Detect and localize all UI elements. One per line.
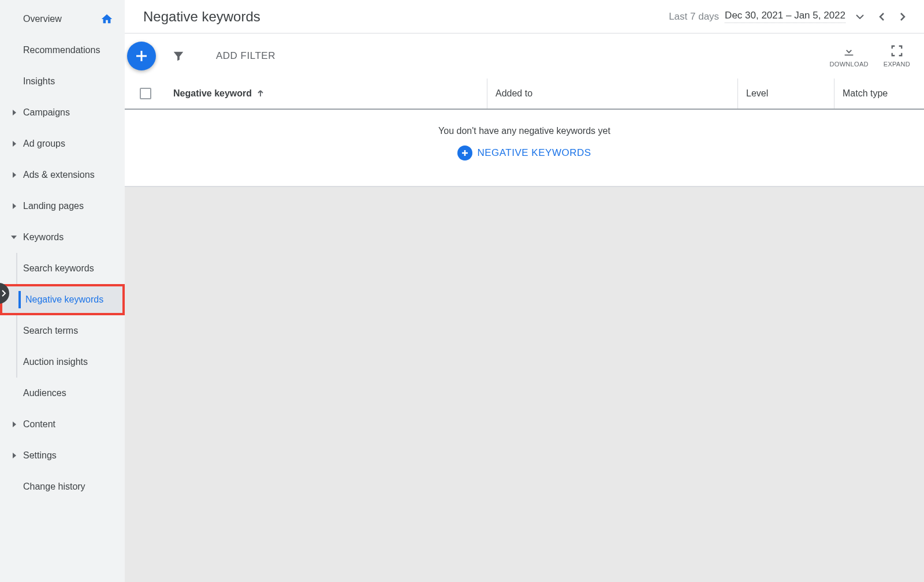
expand-button[interactable]: EXPAND bbox=[884, 44, 910, 68]
page-title: Negative keywords bbox=[143, 9, 260, 25]
sidebar-label: Audiences bbox=[23, 388, 66, 398]
plus-icon bbox=[134, 48, 149, 64]
sidebar-item-overview[interactable]: Overview bbox=[0, 3, 125, 35]
empty-state: You don't have any negative keywords yet… bbox=[125, 110, 924, 186]
dropdown-arrow-icon[interactable] bbox=[851, 10, 869, 24]
sidebar-item-campaigns[interactable]: Campaigns bbox=[0, 97, 125, 128]
chevron-right-icon bbox=[13, 110, 16, 115]
sidebar-item-audiences[interactable]: Audiences bbox=[0, 378, 125, 409]
chevron-right-icon bbox=[13, 421, 16, 427]
sidebar-item-content[interactable]: Content bbox=[0, 409, 125, 440]
page-header: Negative keywords Last 7 days Dec 30, 20… bbox=[125, 0, 924, 33]
select-all-checkbox[interactable] bbox=[140, 88, 151, 99]
chevron-right-icon bbox=[13, 141, 16, 147]
date-range-picker[interactable]: Last 7 days Dec 30, 2021 – Jan 5, 2022 bbox=[669, 8, 910, 26]
sidebar-label: Content bbox=[23, 419, 55, 430]
sidebar-label: Keywords bbox=[23, 232, 64, 242]
toolbar: ADD FILTER DOWNLOAD EXPAND bbox=[125, 33, 924, 79]
expand-icon bbox=[891, 44, 903, 57]
sidebar-item-change-history[interactable]: Change history bbox=[0, 471, 125, 502]
column-label: Match type bbox=[843, 88, 888, 99]
expand-label: EXPAND bbox=[884, 61, 910, 68]
chevron-right-icon bbox=[13, 453, 16, 458]
column-label: Added to bbox=[495, 88, 532, 99]
column-negative-keyword[interactable]: Negative keyword bbox=[166, 79, 487, 109]
column-added-to[interactable]: Added to bbox=[487, 79, 738, 109]
sidebar-label: Search terms bbox=[23, 326, 78, 336]
download-label: DOWNLOAD bbox=[830, 61, 869, 68]
sidebar-item-ads-extensions[interactable]: Ads & extensions bbox=[0, 159, 125, 191]
main-content: Negative keywords Last 7 days Dec 30, 20… bbox=[125, 0, 924, 582]
sidebar-item-keywords[interactable]: Keywords bbox=[0, 222, 125, 253]
column-level[interactable]: Level bbox=[738, 79, 834, 109]
sidebar-sub-search-keywords[interactable]: Search keywords bbox=[0, 253, 125, 284]
sidebar-label: Change history bbox=[23, 482, 85, 492]
sidebar-sub-auction-insights[interactable]: Auction insights bbox=[0, 346, 125, 378]
sidebar-sub-negative-keywords[interactable]: Negative keywords bbox=[0, 284, 125, 315]
column-match-type[interactable]: Match type bbox=[834, 88, 924, 99]
download-icon bbox=[843, 44, 855, 57]
chevron-down-icon bbox=[11, 236, 17, 239]
content-background bbox=[125, 187, 924, 582]
sidebar-label: Insights bbox=[23, 76, 55, 87]
download-button[interactable]: DOWNLOAD bbox=[830, 44, 869, 68]
filter-icon[interactable] bbox=[172, 50, 185, 62]
sidebar-label: Auction insights bbox=[23, 357, 88, 367]
add-filter-button[interactable]: ADD FILTER bbox=[216, 50, 275, 62]
sidebar-label: Settings bbox=[23, 450, 57, 461]
sidebar-item-landing-pages[interactable]: Landing pages bbox=[0, 191, 125, 222]
sidebar-label: Overview bbox=[23, 14, 62, 24]
cta-label: NEGATIVE KEYWORDS bbox=[477, 147, 591, 159]
next-period-button[interactable] bbox=[895, 8, 910, 26]
plus-circle-icon bbox=[457, 146, 472, 161]
sidebar-item-insights[interactable]: Insights bbox=[0, 66, 125, 97]
sidebar-label: Campaigns bbox=[23, 107, 70, 118]
sidebar-label: Ad groups bbox=[23, 139, 65, 149]
sidebar-label: Search keywords bbox=[23, 263, 94, 274]
empty-state-text: You don't have any negative keywords yet bbox=[125, 126, 924, 136]
sidebar-label: Negative keywords bbox=[25, 294, 103, 305]
sort-ascending-icon bbox=[256, 89, 264, 98]
column-label: Level bbox=[746, 88, 768, 99]
chevron-right-icon bbox=[13, 172, 16, 178]
sidebar-label: Recommendations bbox=[23, 45, 100, 55]
add-button[interactable] bbox=[127, 42, 156, 70]
sidebar-sub-search-terms[interactable]: Search terms bbox=[0, 315, 125, 346]
column-checkbox bbox=[125, 88, 166, 99]
prev-period-button[interactable] bbox=[874, 8, 889, 26]
sidebar-label: Ads & extensions bbox=[23, 170, 95, 180]
sidebar-item-ad-groups[interactable]: Ad groups bbox=[0, 128, 125, 159]
table-header-row: Negative keyword Added to Level Match ty… bbox=[125, 79, 924, 110]
date-range-label: Last 7 days bbox=[669, 11, 719, 23]
sidebar-label: Landing pages bbox=[23, 201, 84, 211]
date-range-value: Dec 30, 2021 – Jan 5, 2022 bbox=[725, 10, 845, 23]
sidebar-item-settings[interactable]: Settings bbox=[0, 440, 125, 471]
sidebar-item-recommendations[interactable]: Recommendations bbox=[0, 35, 125, 66]
chevron-right-icon bbox=[13, 203, 16, 209]
sidebar-nav: Overview Recommendations Insights Campai… bbox=[0, 0, 125, 582]
home-icon bbox=[100, 13, 113, 25]
empty-state-cta[interactable]: NEGATIVE KEYWORDS bbox=[457, 146, 591, 161]
column-label: Negative keyword bbox=[173, 88, 252, 99]
